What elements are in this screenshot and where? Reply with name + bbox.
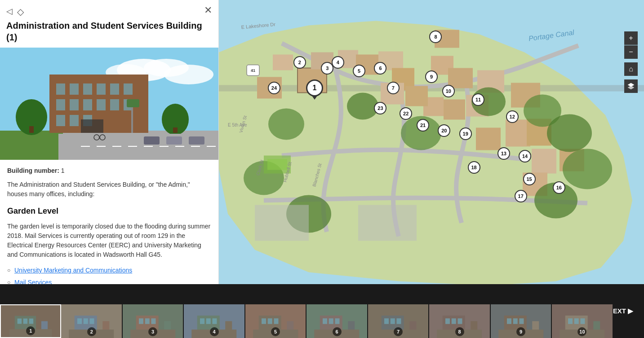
garden-level-text: The garden level is temporarily closed d…	[7, 222, 211, 259]
home-button[interactable]: ⌂	[624, 62, 638, 76]
close-button[interactable]: ✕	[204, 5, 212, 15]
svg-rect-22	[70, 115, 79, 126]
thumbnail-9[interactable]: 9	[491, 304, 552, 338]
map-pin-9[interactable]: 9	[425, 70, 438, 83]
svg-rect-114	[206, 318, 211, 324]
svg-rect-9	[56, 83, 65, 95]
svg-rect-107	[145, 318, 150, 324]
svg-rect-157	[581, 318, 585, 324]
svg-rect-101	[90, 318, 94, 324]
map-pin-19[interactable]: 19	[459, 127, 472, 140]
layers-button[interactable]	[624, 79, 638, 93]
thumbnail-strip: 1 2 3 4	[0, 304, 644, 338]
thumbnail-1[interactable]: 1	[0, 304, 61, 338]
nav-controls: ⌂	[624, 62, 638, 76]
pins-container: 123456789101112131415161718192021222324	[219, 0, 644, 284]
map-pin-22[interactable]: 22	[400, 107, 412, 120]
map-pin-2[interactable]: 2	[293, 56, 306, 69]
map-pin-5[interactable]: 5	[353, 65, 365, 77]
thumbnail-number-8: 8	[455, 327, 464, 336]
svg-rect-149	[513, 318, 517, 324]
map-controls: + − ⌂	[624, 31, 638, 96]
svg-rect-150	[519, 318, 524, 324]
thumbnail-10[interactable]: 10	[552, 304, 613, 338]
svg-rect-94	[29, 319, 33, 324]
zoom-controls: + −	[624, 31, 638, 59]
svg-rect-10	[70, 83, 79, 95]
share-icon[interactable]: ◁	[6, 6, 13, 17]
svg-rect-135	[391, 318, 395, 324]
svg-rect-21	[56, 115, 65, 126]
svg-point-4	[164, 65, 213, 84]
university-marketing-link[interactable]: University Marketing and Communications	[14, 267, 132, 274]
svg-rect-134	[384, 318, 389, 324]
thumbnail-3[interactable]: 3	[123, 304, 184, 338]
map-pin-10[interactable]: 10	[442, 85, 455, 97]
svg-rect-100	[84, 318, 88, 324]
map-pin-14[interactable]: 14	[519, 150, 531, 162]
mail-services-link[interactable]: Mail Services	[14, 279, 52, 284]
svg-rect-127	[323, 318, 327, 324]
map-pin-18[interactable]: 18	[468, 161, 480, 174]
map-pin-8[interactable]: 8	[429, 31, 442, 43]
map-pin-21[interactable]: 21	[417, 119, 429, 132]
thumbnail-number-9: 9	[516, 327, 525, 336]
panel-title: Administration and Student Services Buil…	[0, 20, 218, 48]
thumbnail-number-1: 1	[26, 326, 35, 335]
svg-rect-128	[329, 318, 333, 324]
thumbnail-number-2: 2	[87, 327, 96, 336]
svg-rect-16	[70, 99, 79, 110]
map-area[interactable]: E Lakeshore Dr Vivian St Clark St Hubbel…	[219, 0, 644, 284]
map-pin-23[interactable]: 23	[374, 102, 386, 114]
svg-rect-32	[166, 136, 182, 145]
directions-icon[interactable]: ◇	[17, 6, 24, 17]
map-pin-24[interactable]: 24	[268, 82, 280, 94]
svg-rect-18	[97, 99, 106, 110]
svg-rect-122	[274, 318, 278, 324]
map-pin-15[interactable]: 15	[523, 173, 536, 185]
map-pin-1[interactable]: 1	[306, 79, 323, 97]
map-pin-20[interactable]: 20	[438, 124, 450, 137]
thumbnail-number-10: 10	[577, 327, 586, 336]
svg-rect-36	[131, 106, 133, 133]
map-pin-12[interactable]: 12	[506, 110, 519, 123]
map-pin-6[interactable]: 6	[374, 62, 386, 75]
thumbnail-8[interactable]: 8	[429, 304, 490, 338]
bottom-bar: ◀ BACK Virtual Tour of Lower Campus 1 2	[0, 284, 644, 338]
svg-rect-28	[173, 127, 178, 133]
svg-rect-26	[29, 126, 34, 133]
svg-rect-142	[452, 318, 456, 324]
thumbnail-5[interactable]: 5	[245, 304, 306, 338]
svg-rect-136	[396, 318, 401, 324]
svg-rect-17	[83, 99, 92, 110]
map-pin-17[interactable]: 17	[515, 190, 527, 202]
map-pin-4[interactable]: 4	[332, 56, 344, 69]
svg-rect-121	[268, 318, 272, 324]
thumbnail-number-5: 5	[271, 327, 280, 336]
layer-controls	[624, 79, 638, 93]
tour-title: Virtual Tour of Lower Campus 1 2	[49, 307, 597, 316]
svg-rect-92	[18, 319, 22, 324]
svg-rect-108	[151, 318, 155, 324]
thumbnail-2[interactable]: 2	[61, 304, 122, 338]
svg-rect-113	[200, 318, 204, 324]
svg-rect-24	[81, 119, 103, 133]
map-pin-11[interactable]: 11	[472, 93, 484, 106]
svg-rect-11	[83, 83, 92, 95]
map-pin-13[interactable]: 13	[497, 147, 510, 160]
map-pin-7[interactable]: 7	[387, 82, 400, 94]
thumbnail-4[interactable]: 4	[184, 304, 245, 338]
zoom-out-button[interactable]: −	[624, 45, 638, 59]
svg-rect-106	[139, 318, 143, 324]
main-content: ◁ ◇ ✕ Administration and Student Service…	[0, 0, 644, 284]
svg-rect-93	[23, 319, 27, 324]
thumbnail-number-3: 3	[148, 327, 157, 336]
building-description: The Administration and Student Services …	[7, 180, 211, 199]
map-pin-16[interactable]: 16	[553, 181, 565, 194]
zoom-in-button[interactable]: +	[624, 31, 638, 45]
svg-rect-156	[574, 318, 579, 324]
thumbnail-7[interactable]: 7	[368, 304, 429, 338]
svg-rect-155	[568, 318, 573, 324]
svg-rect-38	[127, 99, 139, 107]
thumbnail-6[interactable]: 6	[306, 304, 368, 338]
